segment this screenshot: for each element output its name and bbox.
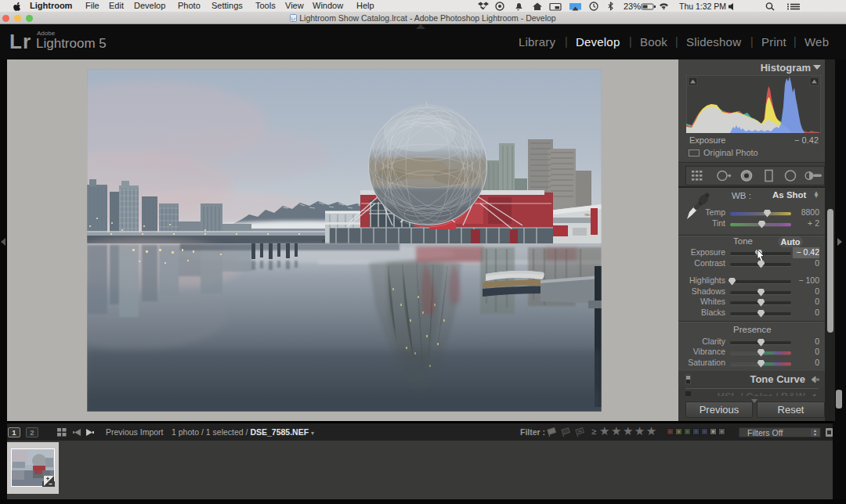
svg-text:23%: 23% — [624, 2, 641, 11]
svg-text:TELUS: TELUS — [584, 213, 595, 217]
svg-text:Lr: Lr — [291, 16, 295, 21]
svg-text:Thu 1:32 PM: Thu 1:32 PM — [679, 2, 726, 11]
